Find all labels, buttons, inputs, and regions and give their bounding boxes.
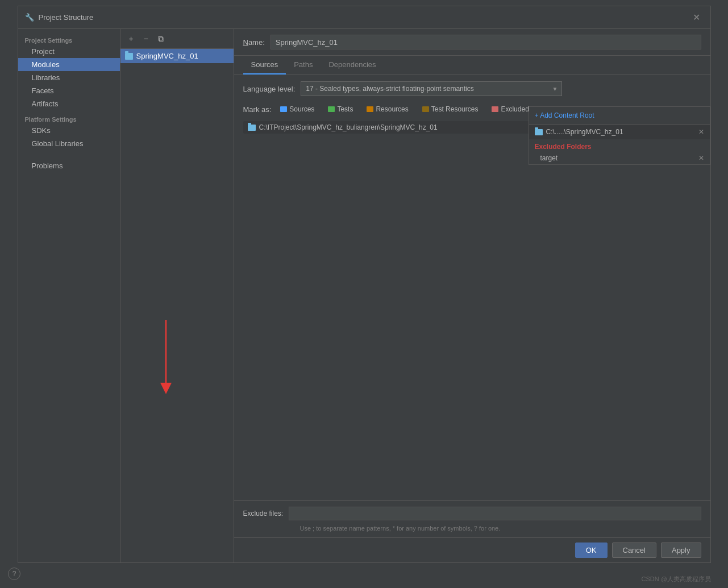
- tests-badge-icon: [328, 106, 335, 112]
- excluded-badge-icon: [492, 106, 498, 112]
- popup-path-row: C:\.....\SpringMVC_hz_01 ✕: [529, 125, 710, 139]
- tree-path-text: C:\ITProject\SpringMVC_hz_buliangren\Spr…: [259, 123, 438, 131]
- module-list: SpringMVC_hz_01: [120, 49, 234, 306]
- right-panel: Name: Sources Paths Dependencies: [234, 29, 710, 562]
- module-folder-icon: [125, 53, 133, 60]
- copy-module-button[interactable]: ⧉: [155, 32, 167, 45]
- popup-path-text: C:\.....\SpringMVC_hz_01: [546, 128, 623, 136]
- project-settings-label: Project Settings: [18, 34, 120, 45]
- tab-paths[interactable]: Paths: [286, 56, 321, 74]
- tree-folder-icon: [248, 125, 256, 131]
- exclude-files-row: Exclude files:: [243, 507, 701, 520]
- ok-button[interactable]: OK: [575, 543, 608, 558]
- annotation-area: [120, 306, 234, 563]
- add-content-root-button[interactable]: + Add Content Root: [529, 107, 710, 125]
- language-level-select[interactable]: 17 - Sealed types, always-strict floatin…: [301, 81, 562, 96]
- module-name: SpringMVC_hz_01: [136, 52, 198, 60]
- sidebar-item-libraries[interactable]: Libraries: [18, 71, 120, 84]
- watermark: CSDN @人类高质程序员: [642, 575, 711, 583]
- project-structure-dialog: 🔧 Project Structure ✕ Project Settings P…: [18, 6, 711, 563]
- platform-settings-label: Platform Settings: [18, 110, 120, 124]
- cancel-button[interactable]: Cancel: [612, 543, 656, 558]
- content-area: Language level: 17 - Sealed types, alway…: [234, 74, 710, 500]
- language-level-label: Language level:: [243, 85, 296, 93]
- name-input[interactable]: [271, 35, 701, 49]
- mark-resources-badge[interactable]: Resources: [362, 104, 413, 114]
- language-level-row: Language level: 17 - Sealed types, alway…: [243, 81, 701, 96]
- remove-module-button[interactable]: −: [140, 32, 152, 45]
- excluded-item-remove-button[interactable]: ✕: [698, 154, 704, 162]
- excluded-item: target ✕: [529, 152, 710, 164]
- resources-badge-icon: [367, 106, 373, 112]
- test-resources-badge-icon: [422, 106, 429, 112]
- name-row: Name:: [234, 29, 710, 56]
- close-button[interactable]: ✕: [689, 11, 704, 24]
- title-bar-left: 🔧 Project Structure: [25, 13, 94, 22]
- name-label: Name:: [243, 38, 265, 47]
- sidebar-item-project[interactable]: Project: [18, 45, 120, 58]
- sidebar-item-facets[interactable]: Facets: [18, 84, 120, 97]
- sidebar: Project Settings Project Modules Librari…: [18, 29, 120, 562]
- mark-test-resources-badge[interactable]: Test Resources: [418, 104, 483, 114]
- exclude-files-label: Exclude files:: [243, 510, 284, 517]
- dialog-title: Project Structure: [39, 13, 94, 22]
- popup-folder-icon: [535, 129, 543, 135]
- dialog-footer: OK Cancel Apply: [234, 537, 710, 562]
- mark-excluded-badge[interactable]: Excluded: [487, 104, 533, 114]
- module-item[interactable]: SpringMVC_hz_01: [120, 49, 234, 63]
- popup-path-close-button[interactable]: ✕: [698, 128, 704, 136]
- tab-sources[interactable]: Sources: [243, 56, 286, 74]
- bottom-section: Exclude files: Use ; to separate name pa…: [234, 500, 710, 537]
- sidebar-item-problems[interactable]: Problems: [18, 159, 120, 172]
- sidebar-item-modules[interactable]: Modules: [18, 58, 120, 71]
- excluded-folders-label: Excluded Folders: [529, 139, 710, 152]
- module-panel: + − ⧉ SpringMVC_hz_01: [120, 29, 234, 562]
- sidebar-item-artifacts[interactable]: Artifacts: [18, 97, 120, 110]
- mark-as-label: Mark as:: [243, 105, 272, 114]
- language-level-select-wrapper: 17 - Sealed types, always-strict floatin…: [301, 81, 562, 96]
- help-button[interactable]: ?: [8, 568, 20, 580]
- exclude-hint: Use ; to separate name patterns, * for a…: [300, 525, 701, 532]
- mark-tests-badge[interactable]: Tests: [323, 104, 357, 114]
- mark-sources-badge[interactable]: Sources: [276, 104, 319, 114]
- red-arrow-annotation: [149, 317, 177, 397]
- tabs-row: Sources Paths Dependencies: [234, 56, 710, 74]
- title-bar: 🔧 Project Structure ✕: [18, 6, 710, 29]
- sidebar-item-global-libraries[interactable]: Global Libraries: [18, 137, 120, 150]
- content-root-popup: + Add Content Root C:\.....\SpringMVC_hz…: [529, 106, 710, 165]
- main-content: Project Settings Project Modules Librari…: [18, 29, 710, 562]
- excluded-item-name: target: [540, 154, 558, 162]
- app-icon: 🔧: [25, 13, 34, 22]
- add-module-button[interactable]: +: [125, 32, 138, 45]
- sources-badge-icon: [280, 106, 287, 112]
- sidebar-item-sdks[interactable]: SDKs: [18, 124, 120, 137]
- module-toolbar: + − ⧉: [120, 29, 234, 49]
- tab-dependencies[interactable]: Dependencies: [321, 56, 384, 74]
- apply-button[interactable]: Apply: [661, 543, 701, 558]
- exclude-files-input[interactable]: [289, 507, 701, 520]
